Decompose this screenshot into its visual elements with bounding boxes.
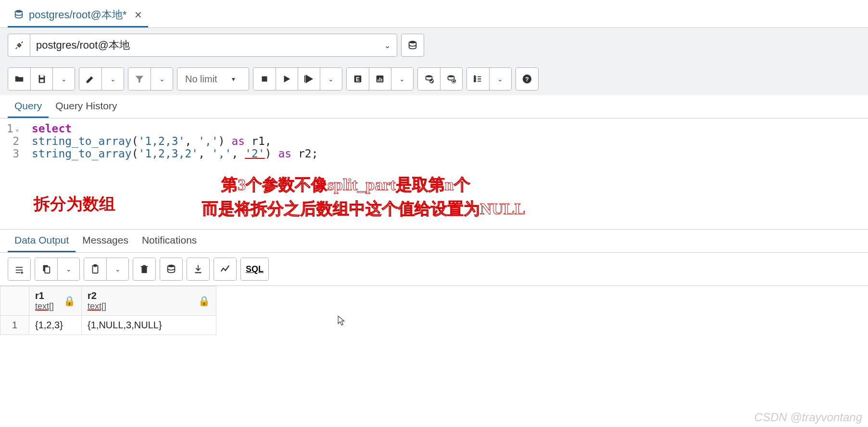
svg-point-0 <box>15 10 23 13</box>
analyze-dropdown[interactable]: ⌄ <box>391 68 413 90</box>
close-icon[interactable]: ✕ <box>134 9 142 21</box>
row-number: 1 <box>0 316 29 335</box>
explain-button[interactable]: E <box>347 68 369 90</box>
line-number: 2 <box>0 135 24 147</box>
query-tab[interactable]: postgres/root@本地* ✕ <box>8 4 148 27</box>
tab-notifications[interactable]: Notifications <box>135 230 203 252</box>
copy-button[interactable] <box>35 258 57 280</box>
svg-point-24 <box>168 265 175 268</box>
macros-button[interactable]: 123 <box>467 68 489 90</box>
result-grid: r1 text[] 🔒 r2 text[] 🔒 1 {1,2,3} <box>0 286 216 335</box>
edit-dropdown[interactable]: ⌄ <box>101 68 124 90</box>
run-button[interactable] <box>276 68 298 90</box>
run-cursor-button[interactable] <box>298 68 320 90</box>
cell-r2[interactable]: {1,NULL,3,NULL} <box>82 316 216 335</box>
svg-text:3: 3 <box>474 79 475 82</box>
tab-query[interactable]: Query <box>8 95 49 118</box>
analyze-button[interactable] <box>369 68 391 90</box>
svg-point-1 <box>409 41 416 44</box>
help-button[interactable]: ? <box>516 68 538 90</box>
column-header-r1[interactable]: r1 text[] 🔒 <box>29 286 82 316</box>
row-header-blank <box>0 286 29 316</box>
result-tabs: Data Output Messages Notifications <box>0 229 868 253</box>
line-number: 3 <box>0 147 24 160</box>
code-editor[interactable]: 1⌄ select 2 string_to_array('1,2,3', ','… <box>0 118 868 229</box>
annotation-right-1: 第3个参数不像split_part是取第n个 <box>221 174 470 196</box>
delete-button[interactable] <box>133 258 155 280</box>
cell-r1[interactable]: {1,2,3} <box>29 316 82 335</box>
annotation-right-2: 而是将拆分之后数组中这个值给设置为NULL <box>202 198 525 220</box>
lock-icon: 🔒 <box>63 295 75 307</box>
tab-messages[interactable]: Messages <box>75 230 135 252</box>
connection-bar: postgres/root@本地 ⌄ <box>0 28 868 63</box>
fold-icon[interactable]: ⌄ <box>15 125 19 132</box>
chevron-down-icon[interactable]: ⌄ <box>377 41 397 50</box>
chevron-down-icon: ▾ <box>232 75 235 83</box>
svg-rect-3 <box>40 79 43 82</box>
line-number: 1⌄ <box>0 122 24 135</box>
svg-rect-2 <box>40 75 43 78</box>
edit-button[interactable] <box>79 68 101 90</box>
svg-rect-10 <box>381 78 382 81</box>
sql-button[interactable]: SQL <box>241 258 268 280</box>
column-header-r2[interactable]: r2 text[] 🔒 <box>82 286 216 316</box>
limit-select[interactable]: No limit▾ <box>177 68 249 90</box>
svg-rect-4 <box>262 77 267 82</box>
svg-point-11 <box>426 75 432 78</box>
tab-bar: postgres/root@本地* ✕ <box>0 0 868 28</box>
svg-rect-21 <box>45 267 50 273</box>
lock-icon: 🔒 <box>198 295 210 307</box>
add-row-button[interactable] <box>8 258 30 280</box>
connection-input[interactable]: postgres/root@本地 <box>30 34 377 56</box>
svg-text:E: E <box>356 76 360 83</box>
stop-button[interactable] <box>253 68 276 90</box>
run-dropdown[interactable]: ⌄ <box>320 68 342 90</box>
tab-query-history[interactable]: Query History <box>49 95 124 118</box>
paste-button[interactable] <box>84 258 106 280</box>
svg-rect-9 <box>379 78 380 81</box>
svg-point-13 <box>448 75 454 78</box>
commit-button[interactable] <box>418 68 440 90</box>
editor-tabs: Query Query History <box>0 95 868 118</box>
open-file-button[interactable] <box>8 68 30 90</box>
tab-data-output[interactable]: Data Output <box>8 230 75 252</box>
connection-status-icon[interactable] <box>8 34 30 56</box>
save-button[interactable] <box>30 68 52 90</box>
save-data-button[interactable] <box>160 258 182 280</box>
download-button[interactable] <box>187 258 209 280</box>
paste-dropdown[interactable]: ⌄ <box>106 258 128 280</box>
main-toolbar: ⌄ ⌄ ⌄ No limit▾ ⌄ E ⌄ 123 ⌄ ? <box>0 63 868 95</box>
svg-text:?: ? <box>525 76 529 83</box>
save-dropdown[interactable]: ⌄ <box>52 68 75 90</box>
filter-dropdown[interactable]: ⌄ <box>151 68 173 90</box>
annotation-left: 拆分为数组 <box>34 193 115 215</box>
tab-title: postgres/root@本地* <box>29 8 126 22</box>
svg-rect-8 <box>378 79 379 82</box>
rollback-button[interactable] <box>440 68 462 90</box>
svg-rect-23 <box>94 265 97 267</box>
server-button[interactable] <box>401 34 424 57</box>
cursor-icon <box>337 315 347 328</box>
table-row[interactable]: 1 {1,2,3} {1,NULL,3,NULL} <box>0 316 216 335</box>
database-icon <box>13 9 25 21</box>
graph-button[interactable] <box>214 258 236 280</box>
filter-button[interactable] <box>128 68 151 90</box>
result-toolbar: ⌄ ⌄ SQL <box>0 253 868 286</box>
macros-dropdown[interactable]: ⌄ <box>489 68 511 90</box>
copy-dropdown[interactable]: ⌄ <box>57 258 79 280</box>
